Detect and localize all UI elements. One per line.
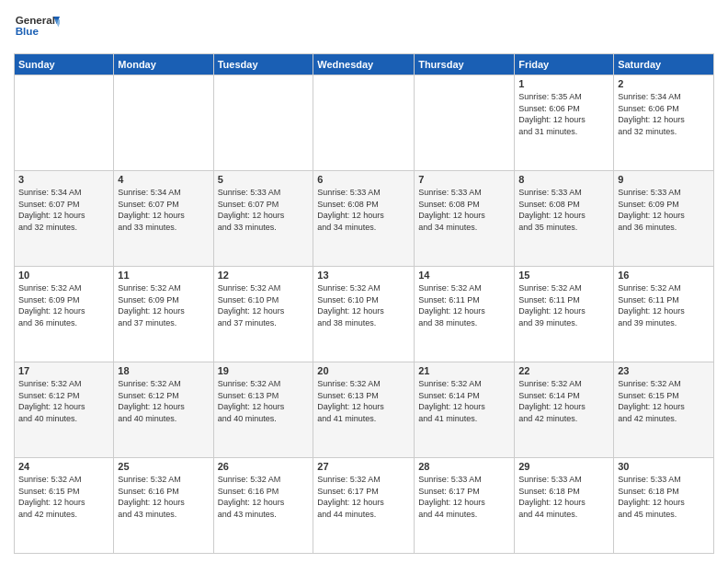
calendar-week-row: 10Sunrise: 5:32 AM Sunset: 6:09 PM Dayli… <box>15 267 714 362</box>
day-info: Sunrise: 5:32 AM Sunset: 6:11 PM Dayligh… <box>618 282 710 328</box>
day-number: 19 <box>218 365 310 376</box>
day-number: 18 <box>118 365 209 376</box>
svg-marker-3 <box>55 19 60 27</box>
calendar-cell: 25Sunrise: 5:32 AM Sunset: 6:16 PM Dayli… <box>114 458 213 554</box>
calendar-cell: 12Sunrise: 5:32 AM Sunset: 6:10 PM Dayli… <box>213 267 313 362</box>
calendar-cell: 18Sunrise: 5:32 AM Sunset: 6:12 PM Dayli… <box>114 362 213 458</box>
day-info: Sunrise: 5:32 AM Sunset: 6:13 PM Dayligh… <box>317 378 410 424</box>
calendar-cell: 22Sunrise: 5:32 AM Sunset: 6:14 PM Dayli… <box>515 362 614 458</box>
calendar-col-header: Friday <box>515 54 614 75</box>
logo: General Blue <box>14 9 60 46</box>
day-number: 2 <box>618 78 710 89</box>
calendar-cell: 30Sunrise: 5:33 AM Sunset: 6:18 PM Dayli… <box>614 458 714 554</box>
day-info: Sunrise: 5:32 AM Sunset: 6:17 PM Dayligh… <box>317 474 410 520</box>
day-info: Sunrise: 5:32 AM Sunset: 6:14 PM Dayligh… <box>518 378 609 424</box>
calendar-cell: 20Sunrise: 5:32 AM Sunset: 6:13 PM Dayli… <box>313 362 415 458</box>
calendar-col-header: Thursday <box>415 54 515 75</box>
day-number: 10 <box>18 270 109 281</box>
day-number: 30 <box>618 461 710 472</box>
day-info: Sunrise: 5:32 AM Sunset: 6:15 PM Dayligh… <box>18 474 109 520</box>
calendar-cell: 21Sunrise: 5:32 AM Sunset: 6:14 PM Dayli… <box>415 362 515 458</box>
day-info: Sunrise: 5:32 AM Sunset: 6:16 PM Dayligh… <box>118 474 209 520</box>
calendar-cell: 3Sunrise: 5:34 AM Sunset: 6:07 PM Daylig… <box>15 171 114 267</box>
day-number: 14 <box>418 270 510 281</box>
day-number: 7 <box>418 174 510 185</box>
calendar: SundayMondayTuesdayWednesdayThursdayFrid… <box>14 53 714 554</box>
calendar-col-header: Saturday <box>614 54 714 75</box>
day-number: 16 <box>618 270 710 281</box>
day-info: Sunrise: 5:32 AM Sunset: 6:10 PM Dayligh… <box>218 282 310 328</box>
calendar-cell: 11Sunrise: 5:32 AM Sunset: 6:09 PM Dayli… <box>114 267 213 362</box>
day-info: Sunrise: 5:32 AM Sunset: 6:12 PM Dayligh… <box>18 378 109 424</box>
calendar-cell: 17Sunrise: 5:32 AM Sunset: 6:12 PM Dayli… <box>15 362 114 458</box>
day-info: Sunrise: 5:32 AM Sunset: 6:16 PM Dayligh… <box>218 474 310 520</box>
svg-text:Blue: Blue <box>16 25 40 37</box>
calendar-cell <box>15 75 114 171</box>
page-container: General Blue SundayMondayTuesdayWednesda… <box>0 0 728 563</box>
calendar-cell: 19Sunrise: 5:32 AM Sunset: 6:13 PM Dayli… <box>213 362 313 458</box>
day-info: Sunrise: 5:33 AM Sunset: 6:08 PM Dayligh… <box>518 187 609 233</box>
calendar-cell: 26Sunrise: 5:32 AM Sunset: 6:16 PM Dayli… <box>213 458 313 554</box>
day-info: Sunrise: 5:35 AM Sunset: 6:06 PM Dayligh… <box>518 91 609 137</box>
calendar-header-row: SundayMondayTuesdayWednesdayThursdayFrid… <box>15 54 714 75</box>
day-info: Sunrise: 5:32 AM Sunset: 6:10 PM Dayligh… <box>317 282 410 328</box>
calendar-cell: 2Sunrise: 5:34 AM Sunset: 6:06 PM Daylig… <box>614 75 714 171</box>
day-number: 27 <box>317 461 410 472</box>
day-number: 25 <box>118 461 209 472</box>
day-info: Sunrise: 5:32 AM Sunset: 6:11 PM Dayligh… <box>518 282 609 328</box>
calendar-cell <box>313 75 415 171</box>
calendar-cell <box>114 75 213 171</box>
calendar-col-header: Sunday <box>15 54 114 75</box>
calendar-cell <box>415 75 515 171</box>
day-info: Sunrise: 5:34 AM Sunset: 6:07 PM Dayligh… <box>118 187 209 233</box>
day-number: 5 <box>218 174 310 185</box>
calendar-col-header: Monday <box>114 54 213 75</box>
day-info: Sunrise: 5:33 AM Sunset: 6:18 PM Dayligh… <box>518 474 609 520</box>
calendar-cell: 9Sunrise: 5:33 AM Sunset: 6:09 PM Daylig… <box>614 171 714 267</box>
calendar-table: SundayMondayTuesdayWednesdayThursdayFrid… <box>14 53 714 554</box>
calendar-cell: 27Sunrise: 5:32 AM Sunset: 6:17 PM Dayli… <box>313 458 415 554</box>
calendar-cell: 10Sunrise: 5:32 AM Sunset: 6:09 PM Dayli… <box>15 267 114 362</box>
day-info: Sunrise: 5:33 AM Sunset: 6:18 PM Dayligh… <box>618 474 710 520</box>
calendar-cell: 7Sunrise: 5:33 AM Sunset: 6:08 PM Daylig… <box>415 171 515 267</box>
day-info: Sunrise: 5:33 AM Sunset: 6:17 PM Dayligh… <box>418 474 510 520</box>
calendar-cell: 1Sunrise: 5:35 AM Sunset: 6:06 PM Daylig… <box>515 75 614 171</box>
day-info: Sunrise: 5:33 AM Sunset: 6:08 PM Dayligh… <box>317 187 410 233</box>
day-number: 17 <box>18 365 109 376</box>
day-number: 12 <box>218 270 310 281</box>
calendar-week-row: 17Sunrise: 5:32 AM Sunset: 6:12 PM Dayli… <box>15 362 714 458</box>
calendar-cell: 28Sunrise: 5:33 AM Sunset: 6:17 PM Dayli… <box>415 458 515 554</box>
day-number: 11 <box>118 270 209 281</box>
day-number: 29 <box>518 461 609 472</box>
day-number: 28 <box>418 461 510 472</box>
logo-icon: General Blue <box>14 9 60 46</box>
day-number: 13 <box>317 270 410 281</box>
day-info: Sunrise: 5:32 AM Sunset: 6:09 PM Dayligh… <box>18 282 109 328</box>
calendar-cell <box>213 75 313 171</box>
day-info: Sunrise: 5:34 AM Sunset: 6:06 PM Dayligh… <box>618 91 710 137</box>
calendar-week-row: 3Sunrise: 5:34 AM Sunset: 6:07 PM Daylig… <box>15 171 714 267</box>
day-info: Sunrise: 5:32 AM Sunset: 6:12 PM Dayligh… <box>118 378 209 424</box>
calendar-cell: 15Sunrise: 5:32 AM Sunset: 6:11 PM Dayli… <box>515 267 614 362</box>
calendar-cell: 29Sunrise: 5:33 AM Sunset: 6:18 PM Dayli… <box>515 458 614 554</box>
day-number: 15 <box>518 270 609 281</box>
day-number: 3 <box>18 174 109 185</box>
day-number: 9 <box>618 174 710 185</box>
calendar-cell: 4Sunrise: 5:34 AM Sunset: 6:07 PM Daylig… <box>114 171 213 267</box>
day-info: Sunrise: 5:34 AM Sunset: 6:07 PM Dayligh… <box>18 187 109 233</box>
day-info: Sunrise: 5:32 AM Sunset: 6:13 PM Dayligh… <box>218 378 310 424</box>
calendar-col-header: Tuesday <box>213 54 313 75</box>
day-info: Sunrise: 5:32 AM Sunset: 6:14 PM Dayligh… <box>418 378 510 424</box>
calendar-cell: 16Sunrise: 5:32 AM Sunset: 6:11 PM Dayli… <box>614 267 714 362</box>
day-number: 1 <box>518 78 609 89</box>
calendar-col-header: Wednesday <box>313 54 415 75</box>
calendar-cell: 8Sunrise: 5:33 AM Sunset: 6:08 PM Daylig… <box>515 171 614 267</box>
day-number: 21 <box>418 365 510 376</box>
calendar-cell: 6Sunrise: 5:33 AM Sunset: 6:08 PM Daylig… <box>313 171 415 267</box>
day-number: 23 <box>618 365 710 376</box>
calendar-cell: 14Sunrise: 5:32 AM Sunset: 6:11 PM Dayli… <box>415 267 515 362</box>
day-info: Sunrise: 5:32 AM Sunset: 6:11 PM Dayligh… <box>418 282 510 328</box>
calendar-week-row: 24Sunrise: 5:32 AM Sunset: 6:15 PM Dayli… <box>15 458 714 554</box>
day-number: 8 <box>518 174 609 185</box>
day-number: 26 <box>218 461 310 472</box>
